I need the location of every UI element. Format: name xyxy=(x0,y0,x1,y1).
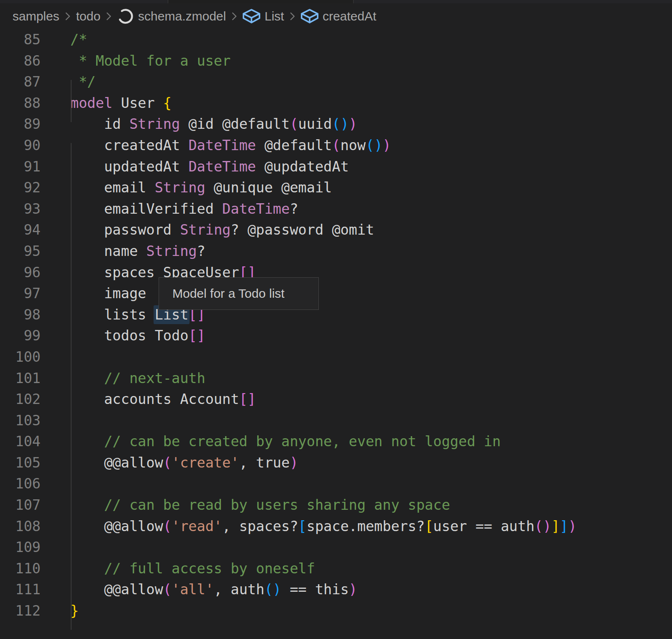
code-token: ( xyxy=(163,581,172,598)
line-number: 85 xyxy=(0,29,41,51)
code-token: [ xyxy=(425,518,433,534)
code-line[interactable]: 106 xyxy=(0,473,672,495)
chevron-right-icon xyxy=(105,10,113,23)
code-token: ) xyxy=(568,518,577,534)
code-token: model xyxy=(70,95,113,111)
code-line[interactable]: 109 xyxy=(0,537,672,558)
breadcrumb-item-todo[interactable]: todo xyxy=(76,9,100,23)
code-token: * Model for a user xyxy=(70,53,231,69)
line-number: 102 xyxy=(0,389,41,410)
code-token: // can be created by anyone, even not lo… xyxy=(70,433,501,450)
code-line[interactable]: 102 accounts Account[] xyxy=(0,389,672,410)
line-content: @@allow('all', auth() == this) xyxy=(41,579,357,601)
code-token: , spaces? xyxy=(222,518,298,534)
code-line[interactable]: 99 todos Todo[] xyxy=(0,325,672,347)
code-line[interactable]: 91 updatedAt DateTime @updatedAt xyxy=(0,156,672,178)
line-content: name String? xyxy=(41,241,205,262)
code-token: @unique @email xyxy=(205,179,332,196)
code-line[interactable]: 101 // next-auth xyxy=(0,368,672,389)
active-tab-edge xyxy=(168,0,353,3)
code-line[interactable]: 87 */ xyxy=(0,72,672,93)
code-line[interactable]: 94 password String? @password @omit xyxy=(0,220,672,241)
line-number: 112 xyxy=(0,601,41,622)
code-line[interactable]: 111 @@allow('all', auth() == this) xyxy=(0,579,672,601)
line-number: 108 xyxy=(0,516,41,537)
code-token: ) xyxy=(543,518,551,534)
line-content: // full access by oneself xyxy=(41,558,315,580)
code-token: , true xyxy=(239,455,290,471)
code-line[interactable]: 95 name String? xyxy=(0,241,672,262)
breadcrumb: samples todo schema.zmodel List createdA… xyxy=(0,3,672,29)
code-token: 'read' xyxy=(172,518,222,534)
code-line[interactable]: 97 image xyxy=(0,283,672,304)
code-line[interactable]: 85/* xyxy=(0,29,672,51)
line-number: 111 xyxy=(0,579,41,601)
code-token: user == auth xyxy=(433,518,534,534)
code-token: @updatedAt xyxy=(256,158,349,175)
code-token: password xyxy=(70,222,180,238)
code-line[interactable]: 107 // can be read by users sharing any … xyxy=(0,495,672,516)
line-content: @@allow('read', spaces?[space.members?[u… xyxy=(41,516,577,537)
line-number: 88 xyxy=(0,93,41,114)
code-token: ) xyxy=(374,137,382,153)
line-content xyxy=(41,537,70,558)
line-number: 96 xyxy=(0,262,41,284)
code-line[interactable]: 110 // full access by oneself xyxy=(0,558,672,580)
code-line[interactable]: 104 // can be created by anyone, even no… xyxy=(0,431,672,452)
breadcrumb-item-samples[interactable]: samples xyxy=(13,9,59,23)
code-token: @default xyxy=(256,137,332,153)
code-token: String xyxy=(180,222,231,238)
breadcrumb-item-symbol-list[interactable]: List xyxy=(243,9,284,24)
line-number: 89 xyxy=(0,114,41,135)
line-number: 90 xyxy=(0,135,41,156)
line-number: 109 xyxy=(0,537,41,558)
code-line[interactable]: 105 @@allow('create', true) xyxy=(0,452,672,474)
code-line[interactable]: 103 xyxy=(0,410,672,432)
code-token: lists xyxy=(70,307,155,323)
code-line[interactable]: 112} xyxy=(0,601,672,622)
symbol-cube-icon xyxy=(301,9,318,24)
code-line[interactable]: 89 id String @id @default(uuid()) xyxy=(0,114,672,135)
tab-separator xyxy=(168,0,168,3)
code-line[interactable]: 90 createdAt DateTime @default(now()) xyxy=(0,135,672,156)
line-content: createdAt DateTime @default(now()) xyxy=(41,135,391,156)
code-lines: 85/*86 * Model for a user87 */88model Us… xyxy=(0,29,672,622)
code-token: ( xyxy=(163,518,172,534)
line-number: 86 xyxy=(0,51,41,72)
code-line[interactable]: 93 emailVerified DateTime? xyxy=(0,199,672,220)
line-number: 97 xyxy=(0,283,41,304)
line-content: } xyxy=(41,601,79,622)
code-token: ) xyxy=(382,137,391,153)
line-content: // can be read by users sharing any spac… xyxy=(41,495,450,516)
line-number: 104 xyxy=(0,431,41,452)
line-content: * Model for a user xyxy=(41,51,231,72)
code-line[interactable]: 98 lists List[] xyxy=(0,304,672,326)
code-token: ] xyxy=(551,518,560,534)
line-number: 100 xyxy=(0,347,41,368)
code-token: now xyxy=(340,137,366,153)
chevron-right-icon xyxy=(288,10,297,23)
code-line[interactable]: 86 * Model for a user xyxy=(0,51,672,72)
code-token: email xyxy=(70,179,155,196)
breadcrumb-item-file[interactable]: schema.zmodel xyxy=(117,8,226,25)
code-line[interactable]: 108 @@allow('read', spaces?[space.member… xyxy=(0,516,672,537)
line-content: image xyxy=(41,283,146,304)
loading-spinner-icon xyxy=(117,8,134,25)
breadcrumb-label: createdAt xyxy=(323,9,376,23)
code-line[interactable]: 100 xyxy=(0,347,672,368)
breadcrumb-item-symbol-createdat[interactable]: createdAt xyxy=(301,9,376,24)
line-number: 105 xyxy=(0,452,41,474)
code-line[interactable]: 88model User { xyxy=(0,93,672,114)
code-token: ) xyxy=(340,116,349,132)
code-line[interactable]: 92 email String @unique @email xyxy=(0,177,672,199)
code-token: == this xyxy=(281,581,349,598)
code-token: emailVerified xyxy=(70,201,222,217)
breadcrumb-label: List xyxy=(264,9,284,23)
code-line[interactable]: 96 spaces SpaceUser[] xyxy=(0,262,672,284)
code-token: ) xyxy=(349,116,357,132)
code-token: ) xyxy=(290,455,298,471)
code-token: ( xyxy=(366,137,374,153)
editor[interactable]: 85/*86 * Model for a user87 */88model Us… xyxy=(0,29,672,639)
line-number: 93 xyxy=(0,199,41,220)
code-token: User xyxy=(113,95,163,111)
